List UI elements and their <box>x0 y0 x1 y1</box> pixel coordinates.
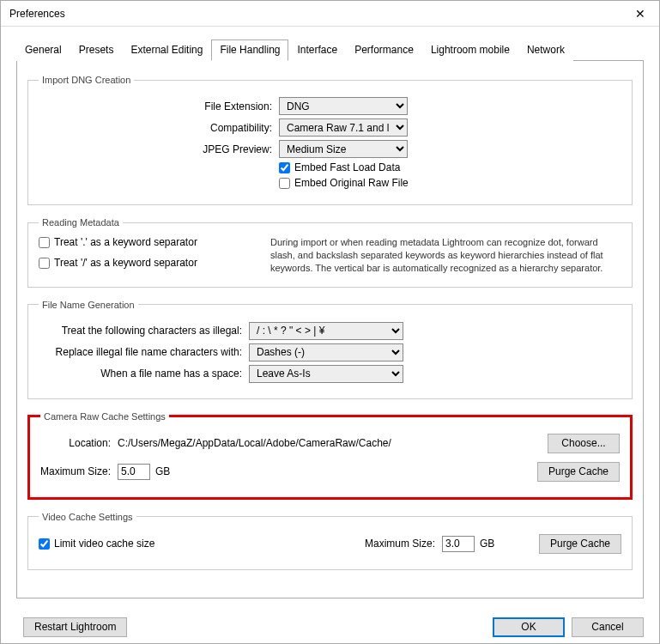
checkbox-limit-video-cache-input[interactable] <box>39 538 50 550</box>
checkbox-dot-separator-input[interactable] <box>39 237 50 248</box>
group-video-cache: Video Cache Settings Limit video cache s… <box>27 512 633 570</box>
content-area: General Presets External Editing File Ha… <box>1 27 659 609</box>
label-replace-with: Replace illegal file name characters wit… <box>39 346 249 358</box>
select-file-extension[interactable]: DNG <box>279 97 408 115</box>
group-import-dng: Import DNG Creation File Extension: DNG … <box>27 75 633 205</box>
file-handling-panel: Import DNG Creation File Extension: DNG … <box>16 61 644 598</box>
tab-lightroom-mobile[interactable]: Lightroom mobile <box>422 39 518 61</box>
label-cache-max-size: Maximum Size: <box>40 465 118 477</box>
label-jpeg-preview: JPEG Preview: <box>39 143 279 155</box>
select-replace-with[interactable]: Dashes (-) <box>249 343 403 361</box>
close-icon[interactable]: ✕ <box>621 1 659 26</box>
window-title: Preferences <box>9 8 621 20</box>
input-cache-max-size[interactable] <box>118 464 150 480</box>
select-filename-space[interactable]: Leave As-Is <box>249 365 403 383</box>
checkbox-embed-fast-load[interactable]: Embed Fast Load Data <box>279 161 400 173</box>
tab-general[interactable]: General <box>16 39 70 61</box>
label-video-gb: GB <box>480 538 494 550</box>
tab-interface[interactable]: Interface <box>288 39 346 61</box>
group-file-name-generation: File Name Generation Treat the following… <box>27 300 633 399</box>
label-compatibility: Compatibility: <box>39 122 279 134</box>
title-bar: Preferences ✕ <box>1 1 659 27</box>
label-video-max-size: Maximum Size: <box>365 538 442 550</box>
input-video-max-size[interactable] <box>442 536 475 552</box>
cancel-button[interactable]: Cancel <box>572 617 644 637</box>
checkbox-embed-original-raw[interactable]: Embed Original Raw File <box>279 177 409 189</box>
label-slash-separator: Treat '/' as a keyword separator <box>54 257 197 269</box>
checkbox-dot-separator[interactable]: Treat '.' as a keyword separator <box>39 236 245 248</box>
select-illegal-chars[interactable]: / : \ * ? " < > | ¥ <box>249 322 403 340</box>
select-jpeg-preview[interactable]: Medium Size <box>279 140 408 158</box>
label-cache-location: Location: <box>40 437 118 449</box>
label-file-extension: File Extension: <box>39 100 279 112</box>
tab-network[interactable]: Network <box>518 39 573 61</box>
legend-reading-metadata: Reading Metadata <box>39 217 123 228</box>
legend-file-name-generation: File Name Generation <box>39 300 138 310</box>
label-gb: GB <box>155 465 170 477</box>
checkbox-embed-original-raw-input[interactable] <box>279 178 290 189</box>
value-cache-location: C:/Users/MegaZ/AppData/Local/Adobe/Camer… <box>118 437 548 449</box>
tab-bar: General Presets External Editing File Ha… <box>16 39 644 61</box>
tab-external-editing[interactable]: External Editing <box>122 39 211 61</box>
select-compatibility[interactable]: Camera Raw 7.1 and later <box>279 118 408 137</box>
group-camera-raw-cache: Camera Raw Cache Settings Location: C:/U… <box>27 411 633 500</box>
legend-video-cache: Video Cache Settings <box>39 512 136 522</box>
legend-camera-raw-cache: Camera Raw Cache Settings <box>40 411 169 422</box>
checkbox-limit-video-cache[interactable]: Limit video cache size <box>39 538 365 550</box>
tab-file-handling[interactable]: File Handling <box>211 39 288 61</box>
legend-import-dng: Import DNG Creation <box>39 75 134 85</box>
label-limit-video-cache: Limit video cache size <box>54 538 154 550</box>
label-dot-separator: Treat '.' as a keyword separator <box>54 236 197 248</box>
ok-button[interactable]: OK <box>493 617 565 637</box>
restart-lightroom-button[interactable]: Restart Lightroom <box>23 617 127 637</box>
checkbox-embed-fast-load-input[interactable] <box>279 162 290 173</box>
metadata-info-text: During import or when reading metadata L… <box>270 236 621 275</box>
label-filename-space: When a file name has a space: <box>39 368 249 380</box>
label-embed-fast-load: Embed Fast Load Data <box>294 161 400 173</box>
footer: Restart Lightroom OK Cancel <box>1 609 659 644</box>
purge-cache-button[interactable]: Purge Cache <box>537 462 620 482</box>
label-embed-original-raw: Embed Original Raw File <box>294 177 409 189</box>
choose-button[interactable]: Choose... <box>548 434 620 453</box>
label-illegal-chars: Treat the following characters as illega… <box>39 325 249 337</box>
checkbox-slash-separator[interactable]: Treat '/' as a keyword separator <box>39 257 245 269</box>
checkbox-slash-separator-input[interactable] <box>39 258 50 269</box>
tab-performance[interactable]: Performance <box>346 39 422 61</box>
tab-presets[interactable]: Presets <box>70 39 123 61</box>
purge-video-cache-button[interactable]: Purge Cache <box>539 534 621 554</box>
group-reading-metadata: Reading Metadata Treat '.' as a keyword … <box>27 217 633 288</box>
